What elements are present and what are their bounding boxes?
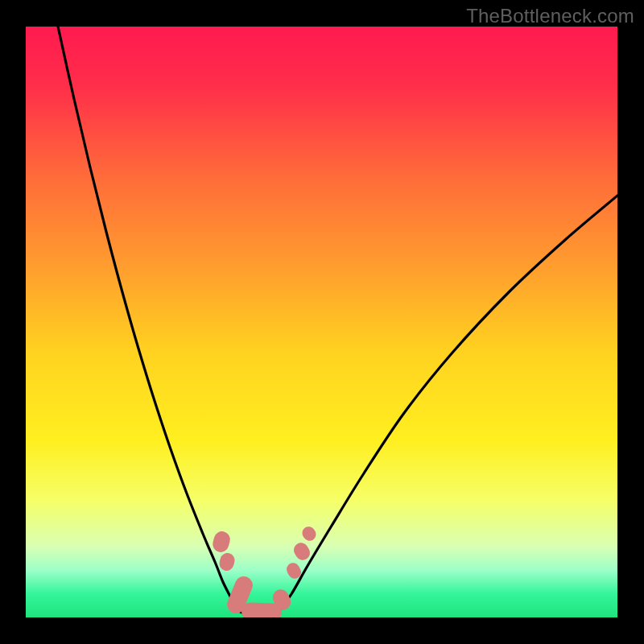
curve-layer — [26, 27, 617, 617]
plot-frame — [26, 27, 617, 617]
data-marker — [211, 530, 232, 554]
data-marker — [299, 524, 318, 543]
bottleneck-curve — [58, 27, 617, 615]
data-marker — [217, 551, 236, 572]
data-markers — [211, 524, 319, 617]
data-marker — [291, 540, 313, 563]
watermark-text: TheBottleneck.com — [466, 5, 634, 27]
